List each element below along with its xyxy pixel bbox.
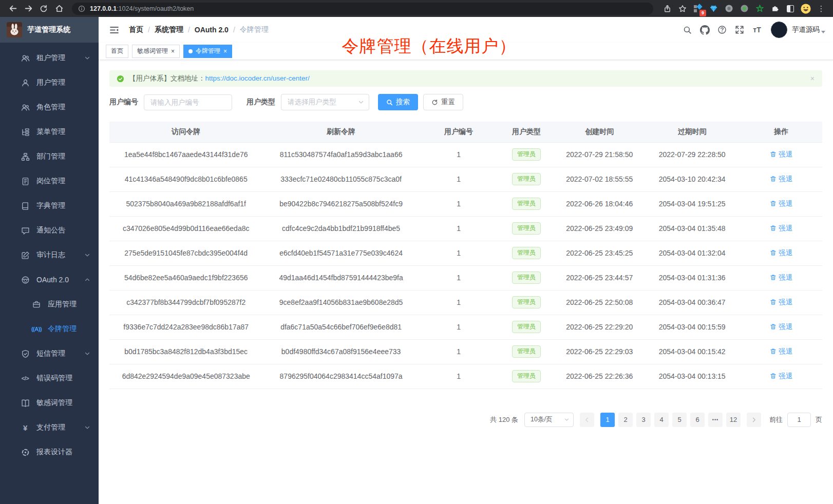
- tab-oauth2-token[interactable]: 令牌管理 ×: [183, 45, 232, 58]
- cell-user-type: 管理员: [498, 142, 555, 167]
- site-info-icon[interactable]: [78, 5, 85, 12]
- sidebar-item-notice[interactable]: 通知公告: [0, 218, 99, 243]
- force-logout-button[interactable]: 强退: [770, 322, 792, 332]
- breadcrumb-system[interactable]: 系统管理: [155, 25, 183, 34]
- sidebar-item-label: 令牌管理: [48, 324, 77, 334]
- force-logout-button[interactable]: 强退: [770, 248, 792, 258]
- user-type-select[interactable]: 请选择用户类型: [281, 94, 369, 110]
- breadcrumb-home[interactable]: 首页: [129, 25, 143, 34]
- tab-close-icon[interactable]: ×: [223, 48, 227, 54]
- sidebar-item-label: 用户管理: [36, 78, 65, 87]
- force-logout-button[interactable]: 强退: [770, 175, 792, 184]
- browser-forward-icon[interactable]: [21, 2, 36, 15]
- sidebar-item-dept[interactable]: 部门管理: [0, 144, 99, 169]
- user-type-badge: 管理员: [512, 247, 541, 259]
- force-logout-button[interactable]: 强退: [770, 150, 792, 159]
- reset-button[interactable]: 重置: [423, 94, 463, 110]
- cell-access-token: 6d842e2924594de9a09e45e087323abe: [109, 364, 262, 389]
- gray-circle-extension-icon[interactable]: [722, 2, 735, 15]
- prev-page-button[interactable]: [580, 413, 594, 427]
- page-button-12[interactable]: 12: [726, 413, 741, 427]
- force-logout-button[interactable]: 强退: [770, 224, 792, 233]
- sidebar-item-pay[interactable]: ¥支付管理: [0, 415, 99, 440]
- fullscreen-icon[interactable]: [731, 21, 748, 38]
- github-icon[interactable]: [696, 21, 713, 38]
- report-designer-icon: [21, 448, 30, 457]
- cell-refresh-token: e6cfd40eb1f54571a31e775e039c4624: [262, 241, 419, 265]
- user-menu-caret-icon[interactable]: [821, 31, 825, 33]
- tab-close-icon[interactable]: ×: [171, 48, 175, 54]
- sidebar-item-oauth2-token[interactable]: ((A))令牌管理: [0, 317, 99, 341]
- page-button-5[interactable]: 5: [672, 413, 687, 427]
- browser-back-icon[interactable]: [5, 2, 21, 15]
- tab-sensitive-word[interactable]: 敏感词管理 ×: [132, 45, 180, 58]
- sidebar-item-audit-log[interactable]: 审计日志: [0, 243, 99, 267]
- doc-link[interactable]: https://doc.iocoder.cn/user-center/: [205, 74, 310, 82]
- force-logout-button[interactable]: 强退: [770, 273, 792, 282]
- user-type-badge: 管理员: [512, 222, 541, 235]
- help-icon[interactable]: [713, 21, 731, 38]
- bookmark-star-icon[interactable]: [676, 2, 689, 15]
- page-button-3[interactable]: 3: [636, 413, 651, 427]
- sidebar-item-role[interactable]: 角色管理: [0, 95, 99, 120]
- browser-home-icon[interactable]: [51, 2, 67, 15]
- page-size-select[interactable]: 10条/页: [524, 413, 574, 427]
- page-button-4[interactable]: 4: [654, 413, 669, 427]
- sidebar-collapse-icon[interactable]: [106, 22, 122, 37]
- extension-grid-icon[interactable]: 9: [691, 2, 705, 15]
- sidebar-menu: 租户管理用户管理角色管理菜单管理部门管理岗位管理字典管理通知公告审计日志OAut…: [0, 43, 99, 504]
- user-id-input[interactable]: [144, 94, 232, 110]
- sidebar-item-sms[interactable]: 短信管理: [0, 341, 99, 366]
- sidebar-item-oauth2[interactable]: OAuth 2.0: [0, 267, 99, 292]
- sidebar-item-sensitive-word[interactable]: 敏感词管理: [0, 391, 99, 415]
- page-ellipsis-button[interactable]: •••: [708, 413, 723, 427]
- page-button-1[interactable]: 1: [600, 413, 615, 427]
- sidebar-item-tenant[interactable]: 租户管理: [0, 46, 99, 70]
- search-button[interactable]: 搜索: [378, 94, 418, 110]
- font-size-icon[interactable]: ᴛT: [748, 21, 766, 38]
- cell-refresh-token: cdfc4ce9c2da4bb1bdf21b9918ff4be5: [262, 216, 419, 241]
- user-avatar[interactable]: [771, 22, 787, 38]
- split-window-icon[interactable]: [784, 2, 797, 15]
- table-row: 54d6be82ee5a460a9aedc1f9bf22365649d1aa46…: [109, 265, 822, 290]
- sidebar-item-report-designer[interactable]: 报表设计器: [0, 440, 99, 464]
- force-logout-button[interactable]: 强退: [770, 372, 792, 381]
- app-logo[interactable]: 芋道管理系统: [0, 17, 99, 43]
- goto-page-input[interactable]: [787, 413, 811, 427]
- green-star-extension-icon[interactable]: [753, 2, 766, 15]
- page-button-2[interactable]: 2: [618, 413, 633, 427]
- browser-reload-icon[interactable]: [36, 2, 51, 15]
- sidebar-item-dict[interactable]: 字典管理: [0, 193, 99, 218]
- puzzle-extensions-icon[interactable]: [768, 2, 782, 15]
- sidebar-item-error-code[interactable]: </>错误码管理: [0, 366, 99, 391]
- force-logout-button[interactable]: 强退: [770, 347, 792, 356]
- cell-user-type: 管理员: [498, 191, 555, 216]
- user-type-badge: 管理员: [512, 370, 541, 382]
- sidebar-item-label: 审计日志: [36, 250, 65, 260]
- sidebar-item-user[interactable]: 用户管理: [0, 70, 99, 95]
- green-dot-extension-icon[interactable]: [737, 2, 751, 15]
- cell-created-time: 2022-07-02 18:55:55: [555, 167, 644, 191]
- alert-close-icon[interactable]: ×: [810, 75, 815, 82]
- force-logout-button[interactable]: 强退: [770, 199, 792, 208]
- sidebar-item-post[interactable]: 岗位管理: [0, 169, 99, 193]
- header-search-icon[interactable]: [678, 21, 696, 38]
- cell-actions: 强退: [740, 290, 822, 315]
- profile-emoji-icon[interactable]: [799, 2, 812, 15]
- address-bar[interactable]: 127.0.0.1:1024/system/oauth2/token: [72, 3, 653, 15]
- cell-access-token: 54d6be82ee5a460a9aedc1f9bf223656: [109, 265, 262, 290]
- username[interactable]: 芋道源码: [792, 25, 820, 34]
- cell-expire-time: 2022-07-29 22:28:50: [644, 142, 740, 167]
- browser-menu-icon[interactable]: ⋮: [815, 2, 828, 15]
- tab-home[interactable]: 首页: [106, 45, 128, 58]
- share-icon[interactable]: [660, 2, 674, 15]
- token-icon: ((A)): [32, 324, 41, 334]
- breadcrumb-oauth2[interactable]: OAuth 2.0: [195, 26, 229, 34]
- force-logout-button[interactable]: 强退: [770, 298, 792, 307]
- next-page-button[interactable]: [747, 413, 761, 427]
- sidebar-item-oauth2-application[interactable]: 应用管理: [0, 292, 99, 317]
- sidebar-item-menu[interactable]: 菜单管理: [0, 120, 99, 144]
- page-button-6[interactable]: 6: [690, 413, 705, 427]
- gem-extension-icon[interactable]: [707, 2, 720, 15]
- sidebar-item-label: 通知公告: [36, 226, 65, 235]
